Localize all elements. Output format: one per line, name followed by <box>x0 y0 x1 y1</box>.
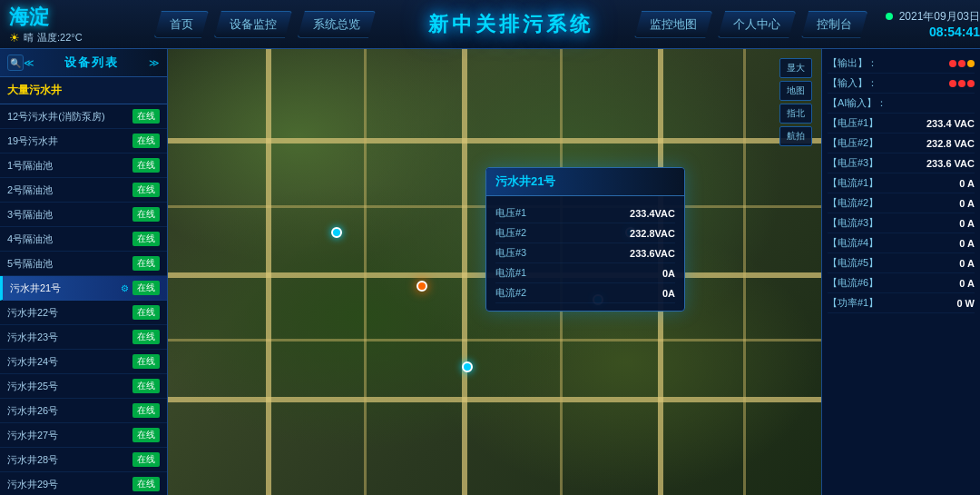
device-name-4: 3号隔油池 <box>7 208 129 222</box>
right-label-4: 【电流#2】 <box>828 196 878 210</box>
marker-21[interactable] <box>416 281 427 292</box>
chevron-right-icon: ≫ <box>149 57 160 69</box>
status-dot <box>886 13 893 20</box>
ai-input-row: 【AI输入】： <box>828 94 975 114</box>
device-item-1[interactable]: 19号污水井在线 <box>0 129 167 153</box>
device-item-0[interactable]: 12号污水井(消防泵房)在线 <box>0 104 167 129</box>
right-panel-row-1: 【电压#2】232.8 VAC <box>828 134 975 153</box>
nav-home[interactable]: 首页 <box>154 11 209 38</box>
right-panel-row-5: 【电流#3】0 A <box>828 213 975 233</box>
status-badge-9: 在线 <box>132 330 160 344</box>
output-row: 【输出】： <box>828 54 975 74</box>
right-panel-row-7: 【电流#5】0 A <box>828 253 975 273</box>
map-controls: 显大 地图 指北 航拍 <box>779 58 812 146</box>
right-value-9: 0 W <box>956 298 975 309</box>
map-background: 污水井21号 电压#1233.4VAC电压#2232.8VAC电压#3233.6… <box>168 49 821 495</box>
nav-map[interactable]: 监控地图 <box>634 11 712 38</box>
device-item-3[interactable]: 2号隔油池在线 <box>0 178 167 203</box>
map-btn-type[interactable]: 地图 <box>779 81 812 101</box>
marker-dot[interactable] <box>331 227 342 238</box>
popup-row-3: 电流#10A <box>495 263 675 283</box>
popup-label-3: 电流#1 <box>495 266 526 280</box>
ai-input-label: 【AI输入】： <box>828 96 887 110</box>
status-badge-11: 在线 <box>132 379 160 393</box>
device-item-15[interactable]: 污水井29号在线 <box>0 472 167 495</box>
dot-yellow-1 <box>967 60 975 67</box>
device-item-2[interactable]: 1号隔油池在线 <box>0 153 167 178</box>
map-btn-satellite[interactable]: 航拍 <box>779 126 812 146</box>
right-label-2: 【电压#3】 <box>828 156 878 170</box>
left-panel: 🔍 ≪ 设备列表 ≫ 大量污水井 12号污水井(消防泵房)在线19号污水井在线1… <box>0 49 168 495</box>
weather-info: ☀ 晴 温度:22°C <box>9 31 83 45</box>
device-item-13[interactable]: 污水井27号在线 <box>0 423 167 448</box>
popup-row-4: 电流#20A <box>495 283 675 303</box>
datetime-display: 2021年09月03日 08:54:41 <box>877 9 980 39</box>
device-item-6[interactable]: 5号隔油池在线 <box>0 252 167 276</box>
popup-label-4: 电流#2 <box>495 286 526 300</box>
map-btn-expand[interactable]: 显大 <box>779 58 812 78</box>
dot-red-5 <box>967 80 975 87</box>
active-marker-dot[interactable] <box>416 281 427 292</box>
device-item-4[interactable]: 3号隔油池在线 <box>0 203 167 227</box>
marker-1[interactable] <box>331 227 342 238</box>
right-value-8: 0 A <box>959 278 975 289</box>
popup-body: 电压#1233.4VAC电压#2232.8VAC电压#3233.6VAC电流#1… <box>486 196 684 311</box>
device-item-11[interactable]: 污水井25号在线 <box>0 374 167 399</box>
device-item-7[interactable]: 污水井21号⚙在线 <box>0 276 167 301</box>
search-button[interactable]: 🔍 <box>7 54 24 71</box>
nav-left: 首页 设备监控 系统总览 <box>145 11 401 38</box>
device-item-10[interactable]: 污水井24号在线 <box>0 350 167 374</box>
device-item-14[interactable]: 污水井28号在线 <box>0 448 167 472</box>
weather-text: 晴 <box>24 31 34 45</box>
right-label-3: 【电流#1】 <box>828 176 878 190</box>
marker-4[interactable] <box>462 361 473 372</box>
status-badge-7: 在线 <box>132 281 160 295</box>
device-name-1: 19号污水井 <box>7 134 129 148</box>
device-item-8[interactable]: 污水井22号在线 <box>0 301 167 325</box>
device-item-5[interactable]: 4号隔油池在线 <box>0 227 167 252</box>
dot-red-4 <box>958 80 965 87</box>
right-label-0: 【电压#1】 <box>828 116 878 130</box>
device-name-8: 污水井22号 <box>7 306 129 320</box>
nav-profile[interactable]: 个人中心 <box>718 11 796 38</box>
popup-title: 污水井21号 <box>486 168 684 196</box>
right-label-8: 【电流#6】 <box>828 276 878 290</box>
panel-title: 设备列表 <box>34 54 149 71</box>
device-name-0: 12号污水井(消防泵房) <box>7 110 129 124</box>
main-content: 🔍 ≪ 设备列表 ≫ 大量污水井 12号污水井(消防泵房)在线19号污水井在线1… <box>0 49 980 495</box>
map-area[interactable]: 污水井21号 电压#1233.4VAC电压#2232.8VAC电压#3233.6… <box>168 49 821 495</box>
temperature-text: 温度:22°C <box>37 31 83 45</box>
device-item-9[interactable]: 污水井23号在线 <box>0 325 167 350</box>
device-item-12[interactable]: 污水井26号在线 <box>0 399 167 423</box>
right-label-5: 【电流#3】 <box>828 216 878 230</box>
map-btn-north[interactable]: 指北 <box>779 104 812 124</box>
status-badge-1: 在线 <box>132 134 160 148</box>
popup-label-2: 电压#3 <box>495 246 526 260</box>
right-panel-row-3: 【电流#1】0 A <box>828 173 975 193</box>
device-list: 12号污水井(消防泵房)在线19号污水井在线1号隔油池在线2号隔油池在线3号隔油… <box>0 104 167 495</box>
right-panel-row-4: 【电流#2】0 A <box>828 193 975 213</box>
status-badge-15: 在线 <box>132 477 160 491</box>
popup-label-1: 电压#2 <box>495 226 526 240</box>
right-panel-row-0: 【电压#1】233.4 VAC <box>828 114 975 134</box>
popup-value-1: 232.8VAC <box>630 228 675 239</box>
popup-value-2: 233.6VAC <box>630 248 675 259</box>
right-value-4: 0 A <box>959 198 975 209</box>
device-name-7: 污水井21号 <box>10 282 117 295</box>
right-label-1: 【电压#2】 <box>828 136 878 150</box>
nav-overview[interactable]: 系统总览 <box>298 11 376 38</box>
input-row: 【输入】： <box>828 74 975 94</box>
status-badge-13: 在线 <box>132 428 160 442</box>
right-label-7: 【电流#5】 <box>828 256 878 270</box>
marker-dot[interactable] <box>462 361 473 372</box>
device-name-11: 污水井25号 <box>7 380 129 393</box>
input-label: 【输入】： <box>828 76 877 90</box>
device-name-15: 污水井29号 <box>7 478 129 491</box>
time-text: 08:54:41 <box>929 25 980 39</box>
nav-monitor[interactable]: 设备监控 <box>214 11 292 38</box>
nav-console[interactable]: 控制台 <box>801 11 867 38</box>
output-label: 【输出】： <box>828 56 877 70</box>
right-value-5: 0 A <box>959 218 975 229</box>
device-name-14: 污水井28号 <box>7 453 129 467</box>
device-name-3: 2号隔油池 <box>7 183 129 197</box>
